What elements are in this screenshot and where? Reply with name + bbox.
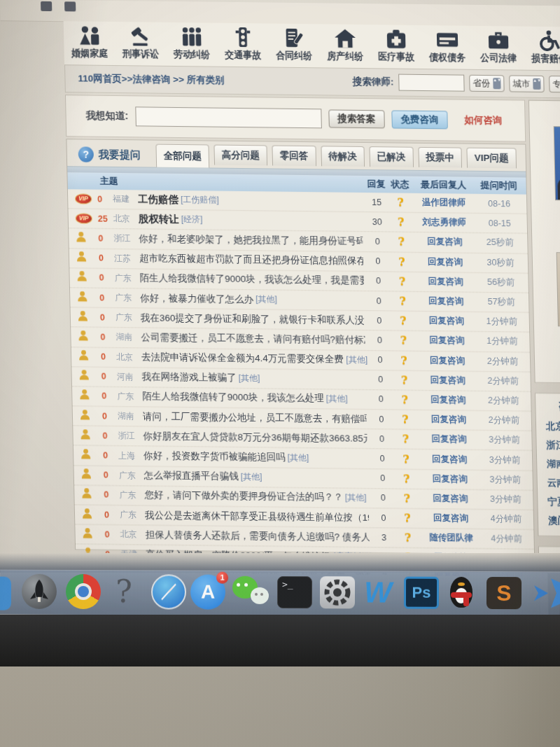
last-replier-link[interactable]: 回复咨询 [414,295,478,308]
last-replier-link[interactable]: 回复咨询 [416,394,480,407]
last-replier-link[interactable]: 回复咨询 [418,493,482,505]
ask-question-tab[interactable]: ? 我要提问 [67,146,151,167]
city-select[interactable]: 城市 ▲▼ [509,75,545,92]
question-tag[interactable]: [其他] [287,452,309,463]
last-replier-link[interactable]: 随传团队律 [419,532,483,545]
free-consult-button[interactable]: 免费咨询 [391,111,448,130]
question-title[interactable]: 我公公是去逝离休干部享受正县级待遇生前单位按（1982） [145,509,369,524]
dock-chrome-icon[interactable] [66,574,102,610]
region-湖南[interactable]: 湖南 [547,458,560,471]
tab-高分问题[interactable]: 高分问题 [214,145,267,166]
lawyer-photo[interactable] [556,252,560,327]
question-title[interactable]: 公司需要搬迁，员工不愿意去，请问有赔付吗?赔付标准是怎样 [141,331,365,347]
dock-wechat-icon[interactable] [232,575,269,611]
question-title[interactable]: 你好，投资数字货币被骗能追回吗 [144,450,286,464]
last-replier-link[interactable]: 回复咨询 [412,236,477,249]
lawyer-photo[interactable] [554,126,560,201]
question-tag[interactable]: [其他] [345,492,367,504]
tab-全部问题[interactable]: 全部问题 [155,144,209,168]
dock-appstore-icon[interactable]: A1 [190,575,227,611]
tab-待解决[interactable]: 待解决 [321,146,365,167]
question-tag[interactable]: [其他] [326,393,348,405]
category-briefcase[interactable]: 公司法律 [472,26,524,70]
question-title[interactable]: 你好，和老婆吵架了，她把我拉黑了，能用身份证号码查到她在 [139,232,363,248]
question-title[interactable]: 我在360提交了身份证和刷脸了，就银行卡和联系人没有填，有 [141,312,365,327]
region-北京[interactable]: 北京 [546,420,560,433]
question-title[interactable]: 担保人替债务人还款后，需要向债务人追缴吗? 债务人无偿还能 [145,529,369,544]
category-gavel[interactable]: 刑事诉讼 [115,22,167,66]
tab-VIP问题[interactable]: VIP问题 [466,148,516,169]
question-title[interactable]: 我在网络游戏上被骗了 [142,371,237,385]
region-宁夏[interactable]: 宁夏 [547,496,560,509]
question-title[interactable]: 怎么举报直播平台骗钱 [144,470,239,484]
last-replier-link[interactable]: 回复咨询 [418,473,482,486]
search-answers-button[interactable]: 搜索答案 [328,110,385,129]
last-replier-link[interactable]: 回复咨询 [414,315,479,328]
dock-safari-icon[interactable] [151,574,188,610]
question-tag[interactable]: [其他] [241,471,262,483]
dock-launchpad-icon[interactable] [22,574,58,610]
dock-missing-app-icon[interactable]: ? [106,574,143,610]
dock-system-preferences-icon[interactable] [320,575,356,611]
question-tag[interactable]: [经济] [181,214,203,225]
user-avatar-icon [80,428,90,442]
last-replier-link[interactable]: 温作团律师 [412,197,476,209]
dock-sublime-icon[interactable]: S [486,575,523,612]
question-title[interactable]: 工伤赔偿 [138,193,178,207]
question-tag[interactable]: [工伤赔偿] [181,194,219,207]
last-replier-link[interactable]: 回复咨询 [413,256,477,269]
question-title[interactable]: 超市吃东西被超市罚款了而且还把身份证信息拍照保存了，但超 [139,253,363,268]
last-replier-link[interactable]: 回复咨询 [416,375,480,387]
breadcrumb[interactable]: 110网首页>>法律咨询 >> 所有类别 [78,72,225,86]
lawyer-name[interactable]: 马恩杰律师 [537,204,560,218]
dock-qq-icon[interactable] [444,575,480,612]
last-replier-link[interactable]: 回复咨询 [417,454,482,466]
ask-question-box: 我想知道: 搜索答案 免费咨询 如何咨询 [65,95,526,141]
question-title[interactable]: 股权转让 [139,213,179,227]
category-medical[interactable]: 医疗事故 [370,25,422,69]
question-input[interactable] [135,106,322,128]
last-replier-link[interactable]: 回复咨询 [416,433,481,446]
dock-w-app-icon[interactable]: W [360,575,397,611]
how-to-consult-link[interactable]: 如何咨询 [464,114,502,127]
province-select[interactable]: 省份 ▲▼ [469,75,505,92]
last-replier-link[interactable]: 回复咨询 [419,512,483,525]
question-tag[interactable]: [其他] [346,354,368,365]
question-title[interactable]: 请问，工厂需要搬办公地址，员工不愿意去，有赔偿吗，有的话 [143,410,367,426]
tab-投票中[interactable]: 投票中 [418,147,462,168]
dock-photoshop-icon[interactable]: Ps [404,575,440,612]
category-contract[interactable]: 合同纠纷 [268,24,320,68]
dock-terminal-icon[interactable]: >_ [277,575,314,611]
last-replier-link[interactable]: 回复咨询 [413,276,477,288]
question-title[interactable]: 您好，请问下做外卖的要押身份证合法的吗？？ [144,489,343,504]
question-title[interactable]: 陌生人给我微信转了9000块，我该怎么处理，我是需要报警交给 [139,272,363,288]
question-tag[interactable]: [其他] [255,293,277,305]
category-house[interactable]: 房产纠纷 [319,24,371,68]
question-tag[interactable]: [其他] [239,372,260,384]
last-replier-link[interactable]: 回复咨询 [416,414,481,426]
medical-icon [370,28,422,50]
region-浙江[interactable]: 浙江 [546,439,560,452]
category-traffic[interactable]: 交通事故 [217,23,269,67]
last-replier-link[interactable]: 刘志勇律师 [412,216,477,229]
category-card[interactable]: 债权债务 [421,25,473,69]
col-last-replier: 最后回复人 [411,179,475,192]
dock-finder-icon[interactable] [0,574,22,610]
tab-已解决[interactable]: 已解决 [369,146,413,167]
question-title[interactable]: 你好，被暴力催收了怎么办 [140,292,253,306]
question-title[interactable]: 你好朋友在宜人贷贷款8万元分36期每期还款3663.85元，还款 [143,430,367,445]
dock-code-partial-icon[interactable] [530,575,560,612]
question-title[interactable]: 去法院申请诉讼保全金额为4.4万元需要交保全费多少钱 [141,351,344,366]
region-云南[interactable]: 云南 [547,477,560,490]
specialty-select[interactable]: 专长 [549,76,560,92]
last-replier-link[interactable]: 回复咨询 [414,335,479,347]
category-labor[interactable]: 劳动纠纷 [166,22,218,67]
question-title[interactable]: 陌生人给我微信转了9000块，我该怎么处理 [142,391,324,405]
lawyer-name[interactable]: 陈磊律师 [540,330,560,344]
category-family[interactable]: 婚姻家庭 [64,21,115,65]
lawyer-search-input[interactable] [398,74,465,92]
category-wheelchair[interactable]: 损害赔偿 [524,27,560,71]
tab-零回答[interactable]: 零回答 [272,146,316,167]
region-澳门[interactable]: 澳门 [548,515,560,528]
last-replier-link[interactable]: 回复咨询 [415,355,479,368]
